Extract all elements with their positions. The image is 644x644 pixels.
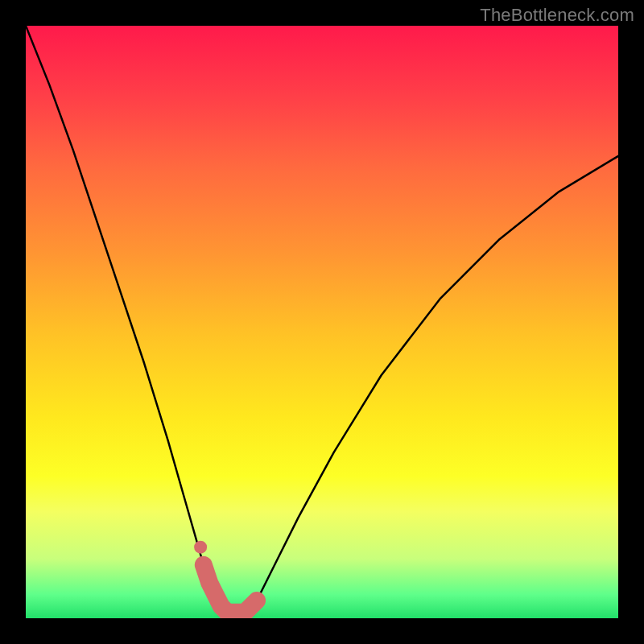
chart-svg: [26, 26, 618, 618]
plot-area: [26, 26, 618, 618]
sweet-spot-highlight: [204, 565, 257, 613]
watermark-text: TheBottleneck.com: [480, 5, 634, 26]
outer-frame: TheBottleneck.com: [0, 0, 644, 644]
bottleneck-curve: [26, 26, 618, 613]
sweet-spot-dot: [194, 541, 207, 554]
